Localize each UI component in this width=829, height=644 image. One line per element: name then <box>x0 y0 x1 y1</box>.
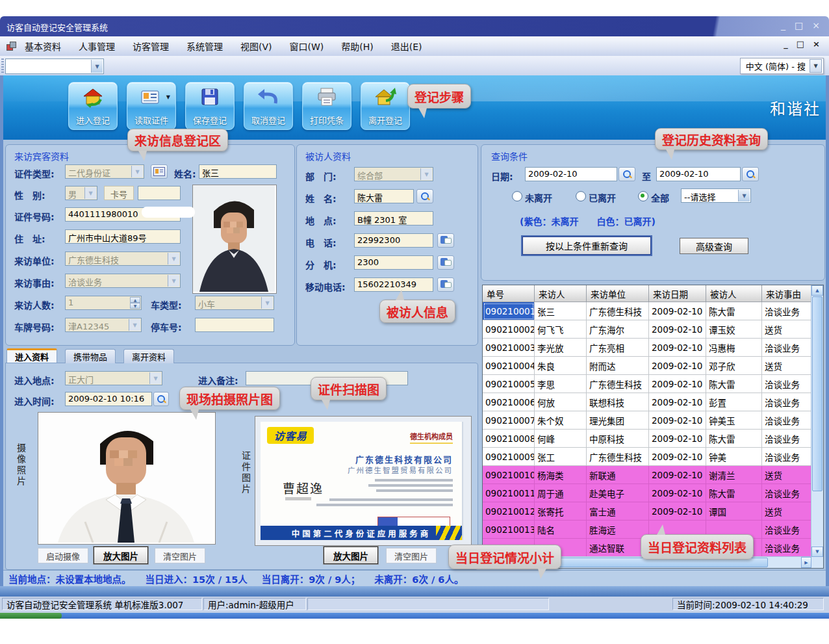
menu-item[interactable]: 基本资料 <box>25 40 61 53</box>
read-card-button[interactable]: ▼ 读取证件 <box>127 82 176 130</box>
table-cell[interactable]: 何放 <box>535 393 587 411</box>
table-cell[interactable]: 2009-02-10 <box>649 375 706 393</box>
table-row[interactable]: 090210001张三广东德生科技2009-02-10陈大雷洽谈业务 <box>483 302 823 320</box>
table-cell[interactable]: 2009-02-10 <box>649 448 706 466</box>
table-cell[interactable]: 090210004 <box>483 357 535 375</box>
query-filter-select[interactable]: --请选择▼ <box>681 188 751 203</box>
call-ext-button[interactable] <box>437 255 454 270</box>
table-cell[interactable]: 2009-02-10 <box>649 411 706 430</box>
mdi-minimize-icon[interactable]: _ <box>784 39 788 49</box>
reason-select[interactable]: 洽谈业务▼ <box>65 274 181 288</box>
tab-entry-info[interactable]: 进入资料 <box>6 348 57 363</box>
spin-up-icon[interactable]: ▲ <box>130 297 140 303</box>
minimize-icon[interactable]: _ <box>781 19 785 31</box>
table-cell[interactable]: 2009-02-10 <box>649 393 706 411</box>
save-register-button[interactable]: 保存登记 <box>185 82 235 130</box>
date-from-picker-button[interactable] <box>619 167 635 181</box>
language-bar[interactable]: 中文 (简体) - 搜 ▼ <box>740 58 824 74</box>
table-cell[interactable]: 广东德生科技 <box>587 375 649 393</box>
mdi-restore-icon[interactable]: □ <box>797 39 804 49</box>
table-cell[interactable]: 2009-02-10 <box>649 302 706 320</box>
table-cell[interactable]: 谢清兰 <box>706 466 762 484</box>
chevron-down-icon[interactable]: ▼ <box>168 253 179 264</box>
table-cell[interactable]: 朱良 <box>535 357 587 375</box>
table-cell[interactable]: 胜海远 <box>587 521 649 539</box>
call-phone-button[interactable] <box>437 233 454 248</box>
entry-time-picker-button[interactable] <box>153 392 169 406</box>
chevron-down-icon[interactable]: ▼ <box>810 59 822 73</box>
table-cell[interactable]: 陈大雷 <box>706 430 762 448</box>
table-cell[interactable]: 洽谈业务 <box>762 339 813 357</box>
scroll-down-icon[interactable]: ▼ <box>811 547 823 557</box>
table-cell[interactable]: 钟美玉 <box>706 411 762 430</box>
table-cell[interactable]: 何峰 <box>535 430 587 448</box>
chevron-down-icon[interactable]: ▼ <box>129 319 140 331</box>
tab-leave-info[interactable]: 离开资料 <box>123 349 174 363</box>
table-cell[interactable]: 谭国 <box>706 502 762 521</box>
date-from-input[interactable]: 2009-02-10 <box>525 167 617 181</box>
table-cell[interactable]: 090210001 <box>483 302 535 320</box>
table-cell[interactable]: 冯惠梅 <box>706 339 762 357</box>
table-cell[interactable]: 洽谈业务 <box>762 430 813 448</box>
count-spinner[interactable]: 1 ▲▼ <box>65 296 142 310</box>
table-cell[interactable]: 邓子欣 <box>706 357 762 375</box>
restore-icon[interactable]: □ <box>795 19 803 31</box>
date-to-input[interactable]: 2009-02-10 <box>656 167 741 181</box>
table-row[interactable]: 090210011周于通赴美电子2009-02-10陈大雷洽谈业务 <box>483 484 823 502</box>
chevron-down-icon[interactable]: ▼ <box>84 187 96 199</box>
requery-button[interactable]: 按以上条件重新查询 <box>522 237 651 255</box>
table-cell[interactable]: 洽谈业务 <box>762 484 813 502</box>
chevron-down-icon[interactable]: ▼ <box>168 275 179 287</box>
table-cell[interactable]: 090210003 <box>483 339 535 357</box>
table-cell[interactable]: 洽谈业务 <box>762 521 813 539</box>
chevron-down-icon[interactable]: ▼ <box>420 168 432 180</box>
table-cell[interactable]: 张工 <box>535 448 587 466</box>
zoom-card-image-button[interactable]: 放大图片 <box>324 547 378 564</box>
table-cell[interactable]: 090210012 <box>483 502 535 521</box>
table-cell[interactable]: 2009-02-10 <box>649 320 706 339</box>
chevron-down-icon[interactable]: ▼ <box>131 166 143 177</box>
table-cell[interactable]: 2009-02-10 <box>649 430 706 448</box>
table-header-cell[interactable]: 来访单位 <box>587 285 649 302</box>
table-header-cell[interactable]: 单号 <box>483 285 535 302</box>
close-icon[interactable]: × <box>812 19 820 31</box>
table-header-cell[interactable]: 来访日期 <box>649 285 706 302</box>
radio-not-left[interactable] <box>512 191 522 201</box>
table-cell[interactable]: 090210009 <box>483 448 535 466</box>
table-cell[interactable]: 090210007 <box>483 411 535 430</box>
table-cell[interactable]: 090210008 <box>483 430 535 448</box>
table-cell[interactable]: 广东海尔 <box>587 320 649 339</box>
table-cell[interactable]: 附而达 <box>587 357 649 375</box>
card-no-input[interactable] <box>138 186 181 200</box>
table-row[interactable]: 090210005李思广东德生科技2009-02-10陈大雷洽谈业务 <box>483 375 823 393</box>
table-cell[interactable]: 李光放 <box>535 339 587 357</box>
table-cell[interactable]: 洽谈业务 <box>762 448 813 466</box>
table-cell[interactable]: 理光集团 <box>587 411 649 430</box>
menu-item[interactable]: 人事管理 <box>79 40 115 53</box>
table-cell[interactable]: 2009-02-10 <box>649 502 706 521</box>
dept-select[interactable]: 综合部▼ <box>354 167 433 181</box>
table-cell[interactable]: 洽谈业务 <box>762 539 813 557</box>
table-cell[interactable]: 陈大雷 <box>706 375 762 393</box>
table-cell[interactable]: 090210011 <box>483 484 535 502</box>
table-header-cell[interactable]: 来访人 <box>535 285 587 302</box>
table-cell[interactable]: 李思 <box>535 375 587 393</box>
table-cell[interactable]: 中原科技 <box>587 430 649 448</box>
table-cell[interactable]: 联想科技 <box>587 393 649 411</box>
table-cell[interactable]: 陈大雷 <box>706 302 762 320</box>
table-cell[interactable]: 送货 <box>762 502 813 521</box>
call-mobile-button[interactable] <box>437 277 454 292</box>
scroll-up-icon[interactable]: ▲ <box>811 285 823 296</box>
table-row[interactable]: 090210012张寄托富士通2009-02-10谭国送货 <box>483 502 823 521</box>
company-select[interactable]: 广东德生科技▼ <box>65 251 181 266</box>
date-to-picker-button[interactable] <box>742 167 759 181</box>
vertical-scrollbar[interactable]: ▲ ▼ <box>811 285 823 557</box>
table-cell[interactable]: 洽谈业务 <box>762 375 813 393</box>
chevron-down-icon[interactable]: ▼ <box>738 190 750 201</box>
clear-camera-photo-button[interactable]: 清空图片 <box>155 548 205 563</box>
visitor-name-input[interactable]: 张三 <box>199 164 277 179</box>
toolbar-grip[interactable] <box>1 58 4 73</box>
plate-select[interactable]: 津A12345▼ <box>65 318 142 332</box>
table-row[interactable]: 090210010杨海类新联通2009-02-10谢清兰送货 <box>483 466 823 484</box>
vertical-scroll-thumb[interactable] <box>812 296 823 491</box>
